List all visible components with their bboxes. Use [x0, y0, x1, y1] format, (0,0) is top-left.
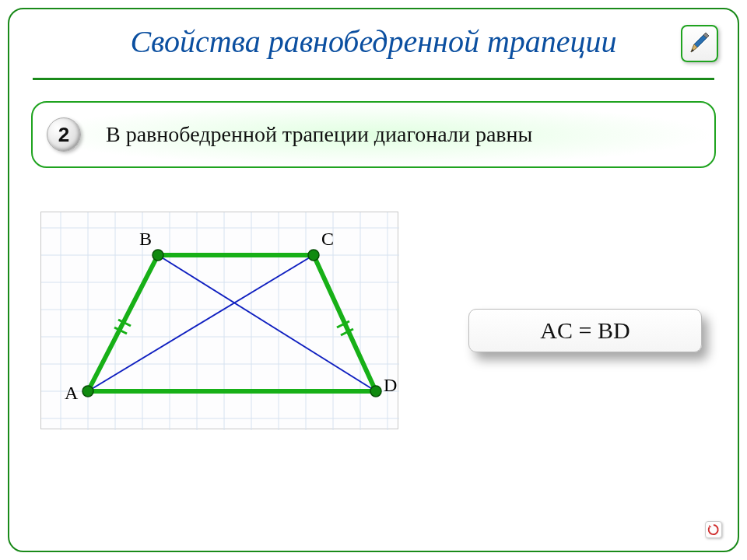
point-c — [308, 250, 319, 261]
label-d: D — [384, 375, 397, 395]
statement-text: В равнобедренной трапеции диагонали равн… — [106, 122, 532, 147]
statement-number-badge: 2 — [47, 117, 81, 152]
label-b: B — [139, 229, 152, 249]
page-title: Свойства равнобедренной трапеции — [33, 23, 714, 60]
statement-box: 2 В равнобедренной трапеции диагонали ра… — [31, 101, 716, 168]
pen-icon — [686, 30, 713, 57]
label-c: C — [321, 229, 334, 249]
refresh-button[interactable] — [705, 521, 722, 538]
pen-button[interactable] — [681, 25, 718, 62]
equation-box: AC = BD — [468, 309, 702, 352]
header-divider — [33, 78, 714, 80]
refresh-icon — [707, 523, 720, 536]
point-a — [82, 386, 93, 397]
slide-frame: Свойства равнобедренной трапеции 2 В рав… — [8, 8, 739, 552]
header: Свойства равнобедренной трапеции — [33, 23, 714, 60]
equation-text: AC = BD — [540, 317, 630, 344]
point-b — [153, 250, 163, 261]
label-a: A — [65, 383, 79, 403]
trapezoid-diagram: A B C D — [40, 212, 398, 429]
point-d — [370, 386, 381, 397]
statement-number: 2 — [58, 123, 69, 147]
